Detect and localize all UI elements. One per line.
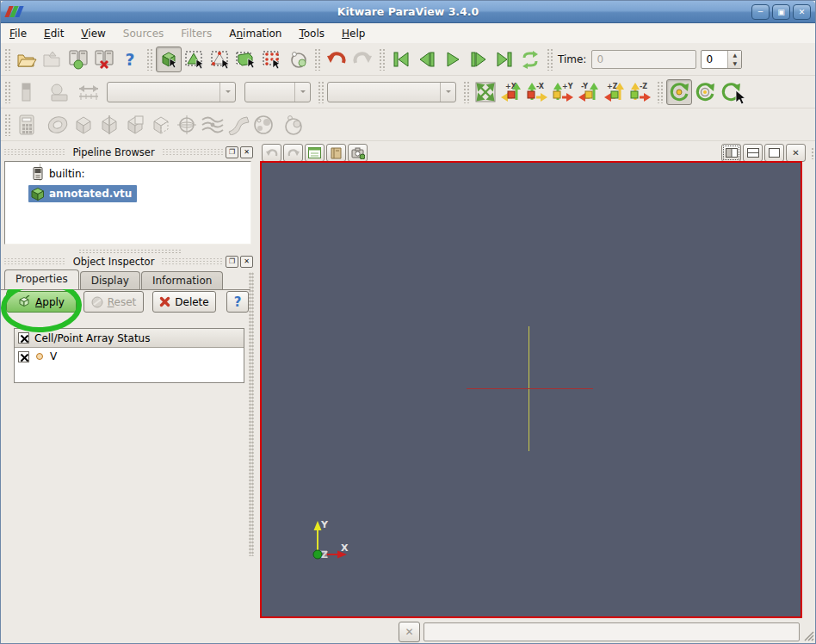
object-inspector-titlebar[interactable]: Object Inspector ❐ ✕: [3, 254, 253, 269]
loop-button[interactable]: [517, 46, 543, 72]
set-view-minus-y-button[interactable]: -Y: [576, 79, 602, 105]
tab-display[interactable]: Display: [80, 271, 140, 289]
render-view-3d[interactable]: Y Z X: [260, 161, 802, 618]
open-file-button[interactable]: [14, 46, 40, 72]
panel-splitter-horizontal[interactable]: [78, 249, 182, 253]
set-view-plus-z-button[interactable]: +Z: [602, 79, 627, 105]
help-button[interactable]: ?: [117, 46, 143, 72]
spin-down-icon[interactable]: ▼: [728, 59, 741, 68]
menu-help[interactable]: Help: [333, 25, 374, 42]
toolbar-handle[interactable]: [4, 81, 10, 103]
time-value-input[interactable]: 0: [591, 50, 696, 69]
select-cells-through-button[interactable]: [233, 46, 259, 72]
toggle-color-legend-button[interactable]: [14, 79, 40, 105]
warp-filter-button[interactable]: [226, 112, 251, 138]
close-button[interactable]: ✕: [793, 4, 811, 20]
last-frame-button[interactable]: [491, 46, 517, 72]
header-checkbox[interactable]: [18, 332, 29, 344]
close-panel-icon[interactable]: ✕: [240, 256, 253, 268]
maximize-button[interactable]: ▣: [772, 4, 790, 20]
glyph-filter-button[interactable]: [174, 112, 200, 138]
pipeline-item-builtin[interactable]: builtin:: [33, 167, 85, 180]
set-view-plus-x-button[interactable]: +X: [498, 79, 524, 105]
delete-button[interactable]: Delete: [152, 291, 216, 313]
title-bar[interactable]: Kitware ParaView 3.4.0 ─ ▣ ✕: [1, 1, 815, 23]
stream-tracer-filter-button[interactable]: [200, 112, 226, 138]
menu-file[interactable]: File: [1, 25, 35, 42]
disconnect-server-button[interactable]: [91, 46, 117, 72]
first-frame-button[interactable]: [388, 46, 414, 72]
pipeline-item-annotated-vtu[interactable]: annotated.vtu: [28, 185, 137, 202]
extract-group-filter-button[interactable]: [281, 112, 306, 138]
spin-up-icon[interactable]: ▲: [728, 51, 741, 59]
toolbar-handle[interactable]: [379, 48, 385, 71]
clip-filter-button[interactable]: [71, 112, 96, 138]
split-view-horizontal-button[interactable]: [721, 144, 741, 162]
rotate-camera-button[interactable]: [666, 79, 692, 105]
group-datasets-filter-button[interactable]: [251, 112, 277, 138]
pipeline-browser-titlebar[interactable]: Pipeline Browser ❐ ✕: [3, 145, 253, 159]
close-view-button[interactable]: ✕: [786, 144, 806, 162]
select-cells-on-button[interactable]: [182, 46, 207, 72]
redo-button[interactable]: [349, 46, 375, 72]
calculator-filter-button[interactable]: [14, 112, 40, 138]
rotate-2d-button[interactable]: [718, 79, 744, 105]
representation-combobox[interactable]: [327, 82, 456, 102]
tab-information[interactable]: Information: [141, 271, 223, 289]
menu-animation[interactable]: Animation: [220, 25, 290, 42]
rescale-range-button[interactable]: [76, 79, 102, 105]
menu-filters[interactable]: Filters: [172, 25, 220, 42]
float-panel-icon[interactable]: ❐: [226, 256, 238, 268]
toolbar-handle[interactable]: [657, 81, 663, 103]
toolbar-handle[interactable]: [463, 81, 469, 103]
lookmark-button[interactable]: [326, 144, 346, 162]
maximize-view-button[interactable]: [764, 144, 784, 162]
slice-filter-button[interactable]: [96, 112, 122, 138]
color-by-combobox[interactable]: [107, 82, 236, 102]
play-button[interactable]: [440, 46, 466, 72]
camera-redo-button[interactable]: [283, 144, 303, 162]
set-view-minus-z-button[interactable]: -Z: [627, 79, 653, 105]
row-checkbox[interactable]: [18, 351, 29, 362]
menu-edit[interactable]: Edit: [35, 25, 72, 42]
save-data-button[interactable]: [40, 46, 65, 72]
toolbar-handle[interactable]: [318, 81, 324, 103]
menu-tools[interactable]: Tools: [290, 25, 333, 42]
toolbar-handle[interactable]: [811, 147, 815, 159]
menu-view[interactable]: View: [72, 25, 114, 42]
extract-subset-filter-button[interactable]: [148, 112, 174, 138]
toolbar-handle[interactable]: [4, 48, 10, 71]
pipeline-tree[interactable]: builtin: annotated.vtu: [4, 161, 251, 245]
edit-view-options-button[interactable]: [305, 144, 325, 162]
reset-button[interactable]: Reset: [83, 291, 144, 313]
minimize-button[interactable]: ─: [751, 4, 770, 20]
array-row-v[interactable]: V: [15, 348, 244, 365]
frame-spinbox[interactable]: 0 ▲ ▼: [701, 50, 742, 69]
capture-view-button[interactable]: [348, 144, 368, 162]
previous-frame-button[interactable]: [414, 46, 440, 72]
undo-button[interactable]: [324, 46, 349, 72]
connect-server-button[interactable]: [65, 46, 91, 72]
interaction-mode-button[interactable]: [285, 46, 311, 72]
toolbar-handle[interactable]: [4, 114, 10, 136]
inspector-help-button[interactable]: ?: [226, 291, 249, 313]
surface-selection-button[interactable]: [156, 46, 182, 72]
set-view-plus-y-button[interactable]: +Y: [550, 79, 576, 105]
menu-sources[interactable]: Sources: [114, 25, 172, 42]
tab-properties[interactable]: Properties: [4, 269, 79, 289]
next-frame-button[interactable]: [466, 46, 491, 72]
float-panel-icon[interactable]: ❐: [226, 146, 238, 158]
close-panel-icon[interactable]: ✕: [240, 146, 253, 158]
array-status-header[interactable]: Cell/Point Array Status: [15, 329, 244, 348]
toolbar-handle[interactable]: [146, 48, 152, 71]
contour-filter-button[interactable]: [45, 112, 71, 138]
edit-color-map-button[interactable]: [46, 79, 72, 105]
rotate-sphere-button[interactable]: [692, 79, 718, 105]
cancel-progress-button[interactable]: ✕: [399, 622, 420, 642]
select-points-on-button[interactable]: [207, 46, 233, 72]
set-view-minus-x-button[interactable]: -X: [524, 79, 550, 105]
array-status-list[interactable]: Cell/Point Array Status V: [14, 328, 244, 383]
camera-undo-button[interactable]: [262, 144, 281, 162]
split-view-vertical-button[interactable]: [743, 144, 763, 162]
component-combobox[interactable]: [244, 82, 311, 102]
